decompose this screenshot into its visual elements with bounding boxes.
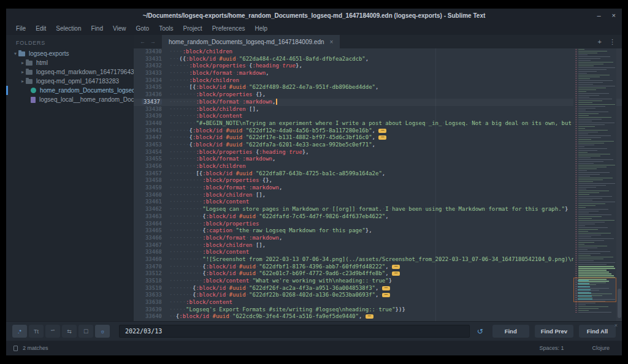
tab-overflow-icon[interactable]: ⋮: [609, 38, 616, 46]
code-line[interactable]: 33456········:block/children: [134, 163, 622, 170]
menu-find[interactable]: Find: [86, 23, 108, 34]
find-prev-button[interactable]: Find Prev: [535, 325, 573, 338]
line-number: 33454: [134, 149, 162, 156]
title-bar[interactable]: ~/Documents/logseq-exports/home_random_D…: [6, 9, 622, 22]
code-line[interactable]: 33512··········{:block/id·#uuid·"622e01c…: [134, 270, 622, 278]
find-panel-close-icon[interactable]: ×: [615, 322, 618, 328]
sidebar-item-logseq-md_markdown_16471[interactable]: ▸logseq-md_markdown_1647179643: [6, 67, 134, 77]
menu-help[interactable]: Help: [250, 23, 273, 34]
fold-ellipsis-icon[interactable]: ⋯: [392, 265, 400, 269]
tab-close-icon[interactable]: ×: [330, 39, 334, 45]
code-line[interactable]: 33432······:block/properties·{:heading·t…: [134, 63, 622, 70]
code-line[interactable]: 33466··········:block/format·:markdown,: [134, 235, 622, 242]
code-line[interactable]: 33454········:block/properties·{:heading…: [134, 149, 622, 156]
code-line[interactable]: 33464··········:block/properties: [134, 221, 622, 228]
chevron-right-icon[interactable]: ▸: [20, 60, 26, 66]
find-all-button[interactable]: Find All: [579, 325, 616, 338]
code-line[interactable]: 33639·····"Logseq's·Export·Formats·#site…: [134, 306, 622, 314]
search-history-icon[interactable]: ↺: [477, 327, 483, 336]
fold-ellipsis-icon[interactable]: ⋯: [392, 271, 400, 276]
wrap-toggle[interactable]: ⇆: [62, 325, 77, 338]
code-line[interactable]: 33638·····:block/content: [134, 299, 622, 306]
code-line[interactable]: 33453······{:block/id·#uuid·"622dfa7a-62…: [134, 142, 622, 149]
code-line[interactable]: 33465··········{:caption·"the·raw·Logseq…: [134, 227, 622, 235]
menu-selection[interactable]: Selection: [51, 23, 86, 34]
in-selection-toggle[interactable]: ☐: [78, 325, 93, 338]
line-number: 33453: [134, 142, 162, 149]
code-line[interactable]: 33518··········:block/content·"What·we'r…: [134, 278, 622, 285]
code-line[interactable]: 33461··········:block/content: [134, 199, 622, 206]
code-line[interactable]: 33467··········:block/children·[],: [134, 242, 622, 249]
minimize-icon[interactable]: –: [597, 12, 600, 19]
code-line[interactable]: 33640··{:block/id·#uuid·"622cdc9b-3fe4-4…: [134, 313, 622, 320]
whole-word-toggle[interactable]: “”: [45, 325, 60, 338]
sidebar-item-logseq_local__home_rando[interactable]: logseq_local__home_random_Documents_log: [6, 95, 134, 104]
menu-project[interactable]: Project: [178, 23, 207, 34]
chevron-right-icon[interactable]: ▸: [20, 78, 26, 84]
code-line[interactable]: 33458··········:block/properties·{},: [134, 177, 622, 184]
code-line[interactable]: 33437········:block/format·:markdown,: [134, 99, 622, 106]
tab-active[interactable]: home_random_Documents_logseq-md_16471840…: [162, 35, 340, 48]
code-line[interactable]: 33519·······{:block/id·#uuid·"622df26f-a…: [134, 285, 622, 292]
menu-edit[interactable]: Edit: [31, 23, 51, 34]
menu-tools[interactable]: Tools: [154, 23, 178, 34]
menu-file[interactable]: File: [11, 23, 31, 34]
minimap[interactable]: [573, 48, 616, 321]
close-icon[interactable]: ×: [612, 12, 616, 19]
menu-goto[interactable]: Goto: [131, 23, 154, 34]
code-line[interactable]: 33441······{:block/id·#uuid·"622df12e-4d…: [134, 127, 622, 135]
sidebar-item-logseq-exports[interactable]: ▾ logseq-exports: [6, 49, 134, 58]
code-line[interactable]: 33459··········:block/format·:markdown,: [134, 184, 622, 192]
code-line[interactable]: 33633·······{:block/id·#uuid·"622df22b-0…: [134, 292, 622, 299]
code-line[interactable]: 33469··········"![Screenshot·from·2022-0…: [134, 256, 622, 264]
sidebar-item-home_random_Documents_lo[interactable]: home_random_Documents_logseq-md_1647: [6, 86, 134, 95]
fold-ellipsis-icon[interactable]: ⋯: [378, 135, 386, 140]
code-line[interactable]: 33470··········{:block/id·#uuid·"622dfbf…: [134, 264, 622, 271]
nav-forward-icon[interactable]: →: [150, 39, 156, 45]
fold-ellipsis-icon[interactable]: ⋯: [382, 293, 390, 297]
code-line[interactable]: 33438········:block/children·[],: [134, 106, 622, 113]
code-line[interactable]: 33440········"#+BEGIN_NOTE\nTrying·an·ex…: [134, 120, 622, 127]
scrollbar-thumb[interactable]: [618, 289, 621, 318]
fold-ellipsis-icon[interactable]: ⋯: [382, 286, 390, 290]
vertical-scrollbar[interactable]: [616, 48, 622, 321]
sidebar-item-logseq-md_opml_164718328[interactable]: ▸logseq-md_opml_1647183283: [6, 77, 134, 86]
fold-ellipsis-icon[interactable]: ⋯: [378, 129, 386, 133]
code-line[interactable]: 33468··········:block/content: [134, 249, 622, 256]
chevron-right-icon[interactable]: ▸: [20, 69, 26, 75]
line-number: 33464: [134, 221, 162, 228]
nav-back-icon[interactable]: ←: [140, 39, 145, 45]
code-line[interactable]: 33447······{:block/id·#uuid·"622df17e-b1…: [134, 134, 622, 142]
find-input[interactable]: [119, 325, 470, 338]
code-line[interactable]: 33433······:block/format·:markdown,: [134, 70, 622, 77]
line-number: 33457: [134, 170, 162, 178]
code-line[interactable]: 33436········:block/properties·{},: [134, 91, 622, 99]
code-line[interactable]: 33460··········:block/children·[],: [134, 192, 622, 199]
code-line[interactable]: 33455········:block/format·:markdown,: [134, 156, 622, 163]
sidebar: FOLDERS ▾ logseq-exports ▸html▸logseq-md…: [6, 35, 134, 321]
fold-ellipsis-icon[interactable]: ⋯: [366, 314, 373, 319]
code-area[interactable]: 33430····:block/children33431···({:block…: [134, 48, 622, 321]
minimap-viewport[interactable]: [573, 278, 616, 302]
sidebar-item-html[interactable]: ▸html: [6, 58, 134, 67]
case-sensitive-toggle[interactable]: Tt: [29, 325, 44, 338]
code-line[interactable]: 33430····:block/children: [134, 48, 622, 56]
highlight-matches-toggle[interactable]: ☼: [95, 325, 110, 338]
chevron-down-icon[interactable]: ▾: [12, 51, 18, 56]
code-line[interactable]: 33462··········"Logseq·can·store·pages·i…: [134, 206, 622, 213]
regex-toggle[interactable]: .*: [12, 325, 27, 338]
new-tab-icon[interactable]: +: [598, 38, 602, 45]
menu-preferences[interactable]: Preferences: [207, 23, 250, 34]
code-line[interactable]: 33439········:block/content: [134, 113, 622, 120]
code-line[interactable]: 33431···({:block/id·#uuid·"622da484-c424…: [134, 56, 622, 63]
code-line[interactable]: 33457········[{:block/id·#uuid·"622dfa87…: [134, 170, 622, 178]
menu-view[interactable]: View: [108, 23, 131, 34]
code-line[interactable]: 33434······:block/children: [134, 77, 622, 85]
line-number: 33440: [134, 120, 162, 127]
find-button[interactable]: Find: [492, 325, 529, 338]
code-line[interactable]: 33435······[{:block/id·#uuid·"622df489-8…: [134, 84, 622, 91]
line-number: 33459: [134, 184, 162, 192]
syntax-setting[interactable]: Clojure: [592, 345, 610, 351]
code-line[interactable]: 33463··········{:block/id·#uuid·"622dfaf…: [134, 213, 622, 221]
indent-setting[interactable]: Spaces: 1: [539, 345, 564, 351]
